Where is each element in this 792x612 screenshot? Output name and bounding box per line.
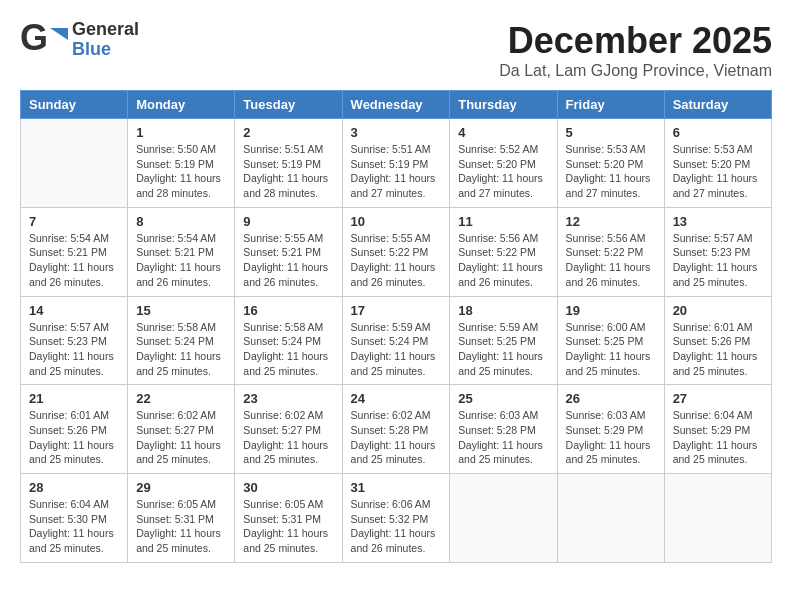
day-number: 28 <box>29 480 119 495</box>
header-row: Sunday Monday Tuesday Wednesday Thursday… <box>21 91 772 119</box>
day-info: Sunrise: 5:50 AMSunset: 5:19 PMDaylight:… <box>136 142 226 201</box>
day-number: 12 <box>566 214 656 229</box>
day-info: Sunrise: 6:06 AMSunset: 5:32 PMDaylight:… <box>351 497 442 556</box>
day-number: 16 <box>243 303 333 318</box>
day-cell <box>557 474 664 563</box>
day-cell: 27Sunrise: 6:04 AMSunset: 5:29 PMDayligh… <box>664 385 771 474</box>
day-number: 9 <box>243 214 333 229</box>
day-number: 3 <box>351 125 442 140</box>
day-number: 18 <box>458 303 548 318</box>
day-info: Sunrise: 6:02 AMSunset: 5:28 PMDaylight:… <box>351 408 442 467</box>
day-cell: 13Sunrise: 5:57 AMSunset: 5:23 PMDayligh… <box>664 207 771 296</box>
day-number: 15 <box>136 303 226 318</box>
header-sunday: Sunday <box>21 91 128 119</box>
day-cell: 28Sunrise: 6:04 AMSunset: 5:30 PMDayligh… <box>21 474 128 563</box>
day-info: Sunrise: 5:59 AMSunset: 5:24 PMDaylight:… <box>351 320 442 379</box>
day-info: Sunrise: 5:53 AMSunset: 5:20 PMDaylight:… <box>566 142 656 201</box>
day-number: 25 <box>458 391 548 406</box>
day-info: Sunrise: 6:01 AMSunset: 5:26 PMDaylight:… <box>673 320 763 379</box>
day-cell: 17Sunrise: 5:59 AMSunset: 5:24 PMDayligh… <box>342 296 450 385</box>
day-cell: 2Sunrise: 5:51 AMSunset: 5:19 PMDaylight… <box>235 119 342 208</box>
day-cell <box>21 119 128 208</box>
day-info: Sunrise: 6:02 AMSunset: 5:27 PMDaylight:… <box>136 408 226 467</box>
day-info: Sunrise: 5:57 AMSunset: 5:23 PMDaylight:… <box>29 320 119 379</box>
month-title: December 2025 <box>499 20 772 62</box>
logo: G General Blue <box>20 20 139 60</box>
day-info: Sunrise: 6:02 AMSunset: 5:27 PMDaylight:… <box>243 408 333 467</box>
day-number: 23 <box>243 391 333 406</box>
day-cell: 14Sunrise: 5:57 AMSunset: 5:23 PMDayligh… <box>21 296 128 385</box>
day-number: 26 <box>566 391 656 406</box>
day-number: 27 <box>673 391 763 406</box>
day-number: 1 <box>136 125 226 140</box>
day-info: Sunrise: 5:54 AMSunset: 5:21 PMDaylight:… <box>29 231 119 290</box>
page-header: G General Blue December 2025 Da Lat, Lam… <box>20 20 772 80</box>
day-number: 19 <box>566 303 656 318</box>
day-cell: 30Sunrise: 6:05 AMSunset: 5:31 PMDayligh… <box>235 474 342 563</box>
day-cell: 19Sunrise: 6:00 AMSunset: 5:25 PMDayligh… <box>557 296 664 385</box>
svg-marker-1 <box>50 28 68 40</box>
day-info: Sunrise: 5:52 AMSunset: 5:20 PMDaylight:… <box>458 142 548 201</box>
day-cell: 31Sunrise: 6:06 AMSunset: 5:32 PMDayligh… <box>342 474 450 563</box>
logo-general: General <box>72 20 139 40</box>
day-cell: 7Sunrise: 5:54 AMSunset: 5:21 PMDaylight… <box>21 207 128 296</box>
svg-text:G: G <box>20 20 48 58</box>
day-cell: 16Sunrise: 5:58 AMSunset: 5:24 PMDayligh… <box>235 296 342 385</box>
day-info: Sunrise: 5:59 AMSunset: 5:25 PMDaylight:… <box>458 320 548 379</box>
day-cell: 10Sunrise: 5:55 AMSunset: 5:22 PMDayligh… <box>342 207 450 296</box>
day-cell <box>450 474 557 563</box>
week-row-5: 28Sunrise: 6:04 AMSunset: 5:30 PMDayligh… <box>21 474 772 563</box>
day-number: 4 <box>458 125 548 140</box>
day-cell: 11Sunrise: 5:56 AMSunset: 5:22 PMDayligh… <box>450 207 557 296</box>
day-number: 14 <box>29 303 119 318</box>
day-info: Sunrise: 5:53 AMSunset: 5:20 PMDaylight:… <box>673 142 763 201</box>
day-info: Sunrise: 5:54 AMSunset: 5:21 PMDaylight:… <box>136 231 226 290</box>
header-monday: Monday <box>128 91 235 119</box>
day-info: Sunrise: 6:04 AMSunset: 5:30 PMDaylight:… <box>29 497 119 556</box>
day-info: Sunrise: 5:57 AMSunset: 5:23 PMDaylight:… <box>673 231 763 290</box>
day-cell: 20Sunrise: 6:01 AMSunset: 5:26 PMDayligh… <box>664 296 771 385</box>
header-saturday: Saturday <box>664 91 771 119</box>
header-thursday: Thursday <box>450 91 557 119</box>
day-info: Sunrise: 5:51 AMSunset: 5:19 PMDaylight:… <box>243 142 333 201</box>
day-info: Sunrise: 6:05 AMSunset: 5:31 PMDaylight:… <box>243 497 333 556</box>
day-number: 24 <box>351 391 442 406</box>
day-number: 2 <box>243 125 333 140</box>
week-row-2: 7Sunrise: 5:54 AMSunset: 5:21 PMDaylight… <box>21 207 772 296</box>
day-info: Sunrise: 5:56 AMSunset: 5:22 PMDaylight:… <box>458 231 548 290</box>
day-number: 6 <box>673 125 763 140</box>
day-cell: 23Sunrise: 6:02 AMSunset: 5:27 PMDayligh… <box>235 385 342 474</box>
day-number: 21 <box>29 391 119 406</box>
day-cell: 5Sunrise: 5:53 AMSunset: 5:20 PMDaylight… <box>557 119 664 208</box>
day-cell: 3Sunrise: 5:51 AMSunset: 5:19 PMDaylight… <box>342 119 450 208</box>
day-number: 31 <box>351 480 442 495</box>
week-row-4: 21Sunrise: 6:01 AMSunset: 5:26 PMDayligh… <box>21 385 772 474</box>
day-info: Sunrise: 5:51 AMSunset: 5:19 PMDaylight:… <box>351 142 442 201</box>
day-info: Sunrise: 5:58 AMSunset: 5:24 PMDaylight:… <box>136 320 226 379</box>
day-cell <box>664 474 771 563</box>
day-cell: 18Sunrise: 5:59 AMSunset: 5:25 PMDayligh… <box>450 296 557 385</box>
day-cell: 26Sunrise: 6:03 AMSunset: 5:29 PMDayligh… <box>557 385 664 474</box>
day-cell: 8Sunrise: 5:54 AMSunset: 5:21 PMDaylight… <box>128 207 235 296</box>
day-number: 22 <box>136 391 226 406</box>
day-cell: 12Sunrise: 5:56 AMSunset: 5:22 PMDayligh… <box>557 207 664 296</box>
day-info: Sunrise: 6:03 AMSunset: 5:29 PMDaylight:… <box>566 408 656 467</box>
day-number: 5 <box>566 125 656 140</box>
day-number: 10 <box>351 214 442 229</box>
day-cell: 1Sunrise: 5:50 AMSunset: 5:19 PMDaylight… <box>128 119 235 208</box>
day-number: 8 <box>136 214 226 229</box>
day-cell: 29Sunrise: 6:05 AMSunset: 5:31 PMDayligh… <box>128 474 235 563</box>
header-tuesday: Tuesday <box>235 91 342 119</box>
day-cell: 25Sunrise: 6:03 AMSunset: 5:28 PMDayligh… <box>450 385 557 474</box>
day-number: 30 <box>243 480 333 495</box>
day-number: 20 <box>673 303 763 318</box>
day-cell: 4Sunrise: 5:52 AMSunset: 5:20 PMDaylight… <box>450 119 557 208</box>
day-info: Sunrise: 5:58 AMSunset: 5:24 PMDaylight:… <box>243 320 333 379</box>
day-info: Sunrise: 5:55 AMSunset: 5:21 PMDaylight:… <box>243 231 333 290</box>
calendar-table: Sunday Monday Tuesday Wednesday Thursday… <box>20 90 772 563</box>
day-cell: 9Sunrise: 5:55 AMSunset: 5:21 PMDaylight… <box>235 207 342 296</box>
location-title: Da Lat, Lam GJong Province, Vietnam <box>499 62 772 80</box>
header-friday: Friday <box>557 91 664 119</box>
week-row-3: 14Sunrise: 5:57 AMSunset: 5:23 PMDayligh… <box>21 296 772 385</box>
day-cell: 21Sunrise: 6:01 AMSunset: 5:26 PMDayligh… <box>21 385 128 474</box>
